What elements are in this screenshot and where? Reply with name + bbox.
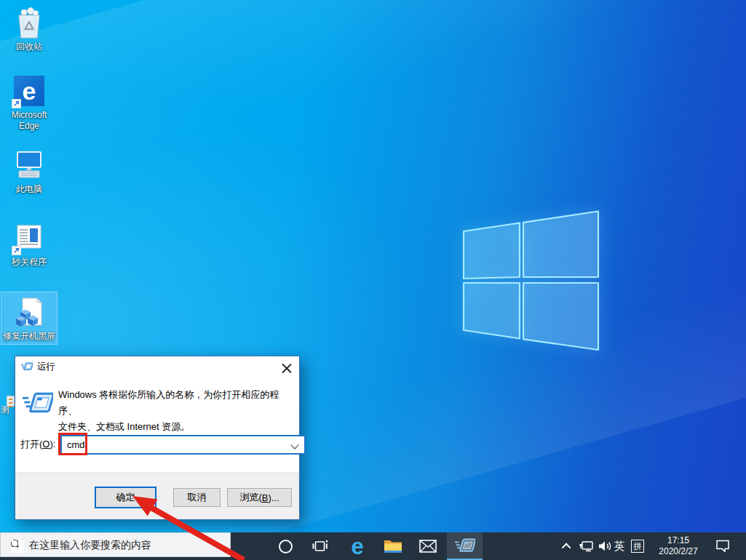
open-combobox[interactable] (60, 435, 306, 455)
desktop-icon-label: 秒关程序 (12, 257, 47, 268)
desktop-icon-fix-black-screen[interactable]: 修复开机黑屏 (1, 292, 57, 344)
tray-date: 2020/2/27 (659, 546, 697, 557)
action-center-icon (715, 540, 730, 553)
registry-file-icon (12, 295, 46, 329)
run-window-icon (455, 537, 475, 554)
cortana-icon (279, 540, 293, 553)
tray-ime-mode[interactable]: 拼 (630, 532, 646, 560)
program-window-icon (12, 221, 46, 255)
run-dialog-icon (23, 390, 53, 416)
task-view-button[interactable] (303, 532, 338, 560)
wallpaper-light-ray (0, 0, 746, 271)
run-dialog-titlebar[interactable]: 运行 (15, 356, 299, 377)
task-view-icon (312, 540, 328, 553)
shortcut-arrow-icon (12, 246, 21, 255)
pinyin-mode-icon: 拼 (631, 540, 644, 553)
dialog-title: 运行 (37, 361, 55, 373)
mail-button[interactable] (410, 532, 445, 560)
partial-icon-label: 测 (1, 404, 9, 416)
tray-ime-language[interactable]: 英 (612, 532, 627, 560)
close-button[interactable] (274, 358, 298, 376)
desktop-icon-label: Microsoft Edge (2, 110, 56, 132)
close-icon (282, 362, 291, 372)
windows-logo-wallpaper (463, 209, 600, 352)
file-explorer-icon (384, 538, 402, 554)
desktop-icon-recycle-bin[interactable]: 回收站 (1, 6, 57, 52)
annotation-highlight-box (58, 433, 87, 455)
edge-icon: e (351, 535, 363, 558)
annotation-arrow (102, 476, 255, 560)
edge-taskbar-button[interactable]: e (340, 532, 375, 560)
cortana-button[interactable] (268, 532, 303, 560)
open-input[interactable] (62, 436, 304, 453)
edge-icon: e (12, 74, 46, 108)
run-window-icon (21, 361, 33, 372)
desktop-icon-partial[interactable]: 测 (0, 395, 15, 420)
tray-clock[interactable]: 17:15 2020/2/27 (650, 532, 707, 560)
windows-start-icon (12, 540, 24, 553)
desktop: 回收站 e Microsoft Edge 此电脑 (0, 0, 746, 560)
chevron-up-icon (561, 543, 571, 552)
description-line1: Windows 将根据你所输入的名称，为你打开相应的程序、 (58, 389, 279, 416)
desktop-icon-label: 回收站 (16, 41, 42, 52)
mail-icon (419, 540, 437, 553)
file-explorer-button[interactable] (376, 532, 410, 560)
tray-time: 17:15 (667, 535, 689, 546)
desktop-icon-this-pc[interactable]: 此电脑 (1, 148, 57, 195)
open-field-label: 打开(O): (20, 438, 55, 451)
run-dialog-description: Windows 将根据你所输入的名称，为你打开相应的程序、 文件夹、文档或 In… (58, 387, 293, 435)
description-line2: 文件夹、文档或 Internet 资源。 (58, 421, 190, 432)
recycle-bin-icon (12, 6, 46, 39)
run-taskbar-button-active[interactable] (447, 532, 483, 560)
desktop-icon-label: 此电脑 (16, 184, 42, 195)
network-icon (579, 540, 594, 553)
action-center-button[interactable] (709, 532, 737, 560)
desktop-icon-label: 修复开机黑屏 (3, 331, 55, 342)
shortcut-arrow-icon (12, 99, 21, 108)
start-button[interactable] (0, 532, 35, 560)
speaker-icon (598, 540, 613, 552)
tray-network-button[interactable] (577, 532, 596, 560)
desktop-icon-microsoft-edge[interactable]: e Microsoft Edge (1, 74, 57, 132)
this-pc-icon (12, 148, 46, 182)
desktop-icon-shutdown-app[interactable]: 秒关程序 (1, 221, 57, 268)
tray-show-hidden-button[interactable] (559, 532, 575, 560)
